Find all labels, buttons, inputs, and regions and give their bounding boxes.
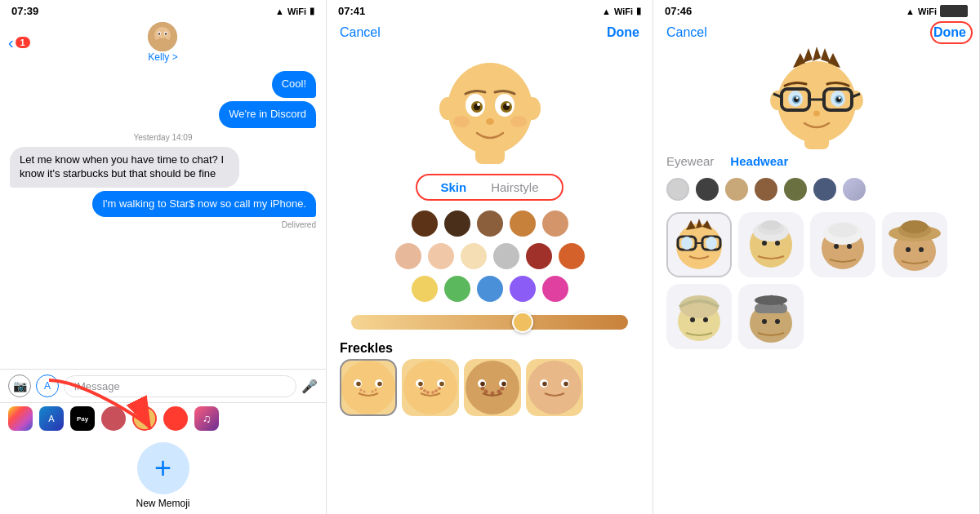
headwear-option-1[interactable]: [666, 212, 732, 277]
svg-point-45: [438, 387, 441, 390]
color-pink[interactable]: [542, 276, 568, 302]
svg-point-5: [165, 33, 167, 34]
headwear-glasses-svg: [668, 214, 730, 276]
color-peach[interactable]: [395, 243, 421, 269]
mic-icon[interactable]: 🎤: [301, 379, 318, 394]
svg-point-22: [506, 103, 510, 106]
freckle-face-1: [341, 361, 395, 414]
color-purple[interactable]: [510, 276, 536, 302]
svg-point-21: [477, 103, 480, 106]
color-row-3: [340, 276, 639, 302]
headwear-option-6[interactable]: [738, 284, 804, 349]
ew-color-brown[interactable]: [755, 178, 777, 201]
svg-point-103: [847, 244, 852, 249]
color-green[interactable]: [444, 276, 470, 302]
cancel-button-3[interactable]: Cancel: [666, 25, 707, 40]
svg-point-82: [838, 97, 840, 100]
freckle-face-2: [403, 361, 457, 414]
ew-color-more[interactable]: [843, 178, 866, 201]
back-chevron-icon: ‹: [8, 33, 14, 52]
freckle-face-4: [528, 361, 581, 414]
signal-icon-2: ▲: [602, 7, 611, 16]
svg-point-54: [497, 390, 501, 394]
color-grid: [327, 204, 653, 308]
svg-point-39: [439, 382, 444, 387]
photos-app-icon[interactable]: [8, 406, 33, 431]
color-dark-brown2[interactable]: [444, 210, 470, 237]
svg-point-50: [501, 382, 506, 387]
slider-track: [351, 315, 628, 330]
tab-skin[interactable]: Skin: [440, 180, 466, 194]
skin-tone-slider[interactable]: [351, 313, 628, 331]
back-badge: 1: [16, 37, 30, 48]
headwear-option-4[interactable]: [882, 212, 947, 277]
color-blue[interactable]: [477, 276, 503, 302]
color-light-peach[interactable]: [428, 243, 454, 269]
headwear-cap-svg: [740, 286, 802, 348]
avatar: [148, 22, 177, 51]
svg-point-108: [906, 247, 911, 252]
svg-point-4: [158, 33, 160, 34]
svg-point-23: [486, 118, 494, 125]
contact-header[interactable]: Kelly >: [148, 22, 177, 63]
cancel-button-2[interactable]: Cancel: [340, 25, 381, 40]
freckle-option-1[interactable]: [340, 359, 397, 416]
wifi-icon-3: WiFi: [918, 7, 937, 16]
color-medium-brown[interactable]: [477, 210, 503, 237]
svg-point-55: [501, 387, 505, 391]
ew-color-olive[interactable]: [784, 178, 807, 201]
message-starbucks: Let me know when you have time to chat? …: [10, 147, 239, 188]
svg-point-53: [491, 392, 495, 396]
slider-thumb[interactable]: [512, 312, 533, 333]
headwear-option-2[interactable]: [738, 212, 804, 277]
freckle-option-3[interactable]: [464, 359, 521, 416]
freckle-option-4[interactable]: [526, 359, 583, 416]
music-app-icon[interactable]: ♫: [194, 406, 219, 431]
color-cream[interactable]: [461, 243, 487, 269]
tab-headwear[interactable]: Headwear: [730, 154, 788, 168]
headwear-hat2-svg: [812, 214, 874, 276]
chat-area: Cool! We're in Discord Yesterday 14:09 L…: [0, 68, 326, 369]
headwear-option-5[interactable]: [666, 284, 732, 349]
ew-color-navy[interactable]: [813, 178, 836, 201]
color-dark-brown[interactable]: [412, 210, 438, 237]
new-memoji-button[interactable]: +: [137, 442, 189, 494]
status-bar-3: 07:46 ▲ WiFi ▮▮▮▮: [653, 0, 979, 19]
message-cool: Cool!: [272, 71, 316, 98]
status-icons-2: ▲ WiFi ▮: [602, 6, 641, 16]
message-walking: I'm walking to Star$ now so call my iPho…: [92, 191, 316, 218]
svg-rect-69: [804, 135, 829, 149]
camera-icon[interactable]: 📷: [8, 374, 31, 397]
svg-point-89: [706, 237, 717, 250]
back-button[interactable]: ‹ 1: [8, 33, 30, 52]
svg-point-33: [372, 391, 374, 393]
time-2: 07:41: [338, 5, 365, 17]
svg-point-109: [919, 247, 924, 252]
svg-point-34: [375, 389, 377, 392]
done-button-2[interactable]: Done: [607, 25, 639, 40]
battery-icon: ▮: [310, 6, 314, 16]
color-red[interactable]: [526, 243, 552, 269]
color-tan[interactable]: [510, 210, 536, 237]
svg-marker-63: [821, 48, 831, 63]
color-light-tan[interactable]: [542, 210, 568, 237]
headwear-option-3[interactable]: [810, 212, 875, 277]
done-circle-highlight: [930, 21, 973, 44]
color-yellow[interactable]: [412, 276, 438, 302]
ew-color-tan[interactable]: [725, 178, 748, 201]
color-orange[interactable]: [559, 243, 585, 269]
freckle-option-2[interactable]: [402, 359, 459, 416]
ew-color-dark[interactable]: [696, 178, 719, 201]
tab-hairstyle[interactable]: Hairstyle: [491, 180, 538, 194]
message-discord: We're in Discord: [219, 101, 316, 128]
tab-eyewear[interactable]: Eyewear: [666, 154, 714, 168]
ew-color-gray[interactable]: [666, 178, 689, 201]
new-memoji-section: + New Memoji: [0, 434, 326, 514]
svg-point-11: [448, 63, 532, 154]
svg-point-31: [360, 389, 363, 392]
svg-point-118: [762, 319, 767, 324]
red-app-icon[interactable]: [163, 406, 188, 431]
new-memoji-label: New Memoji: [136, 498, 189, 509]
color-silver[interactable]: [493, 243, 519, 269]
arrow-overlay: [33, 372, 163, 441]
